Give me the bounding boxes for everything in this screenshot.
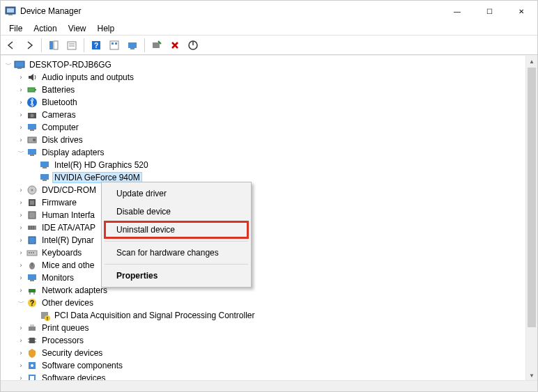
update-driver-button[interactable] xyxy=(125,38,140,53)
close-button[interactable]: ✕ xyxy=(505,1,537,22)
tree-node-display-intel[interactable]: › Intel(R) HD Graphics 520 xyxy=(3,159,537,171)
expand-icon[interactable]: › xyxy=(16,248,26,258)
tree-node-hid[interactable]: › Human Interfa xyxy=(3,209,537,221)
tree-node-label: DVD/CD-ROM xyxy=(40,185,98,196)
svg-rect-45 xyxy=(29,252,30,253)
back-button[interactable] xyxy=(3,38,19,53)
expand-icon[interactable]: › xyxy=(16,110,26,120)
uninstall-device-button[interactable] xyxy=(167,38,183,53)
expand-icon[interactable]: › xyxy=(16,210,26,220)
maximize-button[interactable]: ☐ xyxy=(473,1,505,22)
menu-view[interactable]: View xyxy=(63,22,92,35)
tree-node-pci-daq[interactable]: › ! PCI Data Acquisition and Signal Proc… xyxy=(3,309,537,322)
expand-icon[interactable]: › xyxy=(16,135,26,145)
expand-icon[interactable]: › xyxy=(16,198,26,207)
svg-point-27 xyxy=(33,139,36,141)
tree-node-audio[interactable]: › Audio inputs and outputs xyxy=(3,71,537,84)
scroll-up-icon[interactable]: ▲ xyxy=(526,56,537,68)
tree-node-firmware[interactable]: › Firmware xyxy=(3,196,537,209)
expand-icon[interactable]: › xyxy=(16,285,26,295)
tree-node-cameras[interactable]: › Cameras xyxy=(3,109,537,121)
svg-rect-10 xyxy=(110,41,118,49)
menu-help[interactable]: Help xyxy=(92,22,121,35)
menu-file[interactable]: File xyxy=(3,22,28,35)
expand-icon[interactable]: › xyxy=(16,97,26,107)
expand-icon[interactable]: › xyxy=(16,72,26,82)
tree-node-intel-dynamic[interactable]: › Intel(R) Dynar xyxy=(3,234,537,246)
expand-icon[interactable]: › xyxy=(16,123,26,132)
tree-node-print-queues[interactable]: › Print queues xyxy=(3,322,537,334)
collapse-icon[interactable]: ﹀ xyxy=(16,298,26,308)
tree-node-ide[interactable]: › IDE ATA/ATAP xyxy=(3,221,537,234)
expand-icon[interactable]: › xyxy=(16,273,26,283)
expand-icon[interactable]: › xyxy=(16,260,26,270)
svg-rect-1 xyxy=(8,14,13,15)
toolbar-icon-bar-button[interactable] xyxy=(107,38,122,53)
expand-icon[interactable]: ﹀ xyxy=(3,60,13,70)
tree-node-label: Bluetooth xyxy=(40,97,79,108)
expand-icon[interactable]: › xyxy=(16,348,26,358)
expand-icon[interactable]: › xyxy=(16,223,26,233)
scrollbar-track[interactable] xyxy=(526,68,537,370)
svg-text:!: ! xyxy=(47,316,48,321)
properties-button[interactable] xyxy=(64,38,79,53)
security-icon xyxy=(26,347,38,359)
expand-icon[interactable]: › xyxy=(16,323,26,333)
svg-rect-28 xyxy=(28,149,36,155)
tree-node-disk[interactable]: › Disk drives xyxy=(3,134,537,146)
enable-device-button[interactable] xyxy=(185,38,201,53)
tree-node-keyboards[interactable]: › Keyboards xyxy=(3,246,537,259)
context-disable-device[interactable]: Disable device xyxy=(104,203,249,221)
tree-node-display-nvidia[interactable]: › NVIDIA GeForce 940M xyxy=(3,171,537,184)
show-hide-tree-button[interactable] xyxy=(46,38,61,53)
tree-node-dvd[interactable]: › DVD/CD-ROM xyxy=(3,184,537,196)
device-tree[interactable]: ﹀ DESKTOP-RDJB6GG › Audio inputs and out… xyxy=(1,56,537,382)
scrollbar-thumb[interactable] xyxy=(528,68,536,327)
tree-node-monitors[interactable]: › Monitors xyxy=(3,272,537,284)
ide-icon xyxy=(26,222,38,233)
menu-bar: File Action View Help xyxy=(1,22,537,36)
tree-node-batteries[interactable]: › Batteries xyxy=(3,84,537,96)
tree-node-processors[interactable]: › Processors xyxy=(3,334,537,347)
svg-rect-11 xyxy=(112,42,114,45)
expand-icon[interactable]: › xyxy=(16,85,26,95)
tree-node-network[interactable]: › Network adapters xyxy=(3,284,537,297)
tree-node-bluetooth[interactable]: › Bluetooth xyxy=(3,96,537,109)
context-uninstall-device[interactable]: Uninstall device xyxy=(104,221,249,239)
keyboard-icon xyxy=(26,247,38,258)
expand-icon[interactable]: › xyxy=(16,336,26,345)
svg-rect-50 xyxy=(28,274,36,280)
dvd-icon xyxy=(26,185,38,196)
display-adapter-icon xyxy=(26,147,38,158)
svg-rect-47 xyxy=(33,252,34,253)
tree-node-display[interactable]: ﹀ Display adapters xyxy=(3,146,537,159)
context-scan-hardware[interactable]: Scan for hardware changes xyxy=(104,244,249,262)
tree-node-mice[interactable]: › Mice and othe xyxy=(3,259,537,272)
tree-node-computer[interactable]: › Computer xyxy=(3,121,537,134)
svg-rect-24 xyxy=(28,124,36,130)
context-update-driver[interactable]: Update driver xyxy=(104,185,249,203)
context-properties[interactable]: Properties xyxy=(104,267,249,285)
tree-node-security[interactable]: › Security devices xyxy=(3,347,537,359)
tree-node-label: Intel(R) HD Graphics 520 xyxy=(52,159,151,171)
svg-rect-52 xyxy=(29,289,36,292)
menu-action[interactable]: Action xyxy=(28,22,62,35)
tree-node-label: Intel(R) Dynar xyxy=(40,235,96,246)
horizontal-scrollbar[interactable] xyxy=(1,380,537,391)
minimize-button[interactable]: — xyxy=(441,1,473,22)
expand-icon[interactable]: › xyxy=(16,235,26,245)
forward-button[interactable] xyxy=(22,38,37,53)
tree-root[interactable]: ﹀ DESKTOP-RDJB6GG xyxy=(3,58,537,71)
tree-node-other[interactable]: ﹀ ? Other devices xyxy=(3,297,537,309)
tree-node-software-components[interactable]: › Software components xyxy=(3,359,537,372)
collapse-icon[interactable]: ﹀ xyxy=(16,148,26,157)
scan-hardware-button[interactable] xyxy=(149,38,164,53)
svg-rect-37 xyxy=(30,201,34,205)
svg-rect-19 xyxy=(28,88,35,92)
expand-icon[interactable]: › xyxy=(16,361,26,370)
svg-rect-18 xyxy=(17,68,22,69)
tree-node-label: Print queues xyxy=(40,322,91,334)
vertical-scrollbar[interactable]: ▲ ▼ xyxy=(525,56,537,382)
expand-icon[interactable]: › xyxy=(16,185,26,195)
help-button[interactable]: ? xyxy=(89,38,104,53)
